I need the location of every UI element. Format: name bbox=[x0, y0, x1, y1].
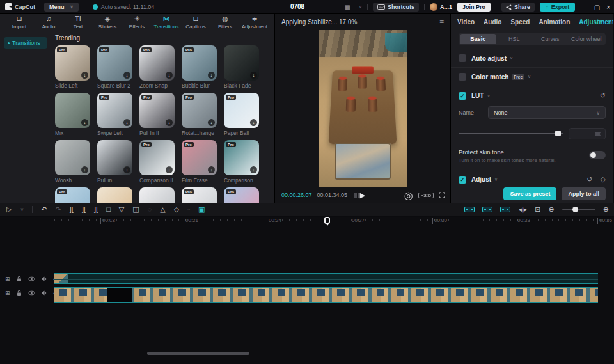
transition-thumbnail[interactable]: Pro↓ bbox=[97, 45, 132, 81]
download-icon[interactable]: ↓ bbox=[166, 72, 173, 79]
transition-item-item[interactable]: Pro↓ bbox=[55, 187, 90, 203]
main-track-magnet-toggle-icon[interactable] bbox=[464, 207, 475, 212]
layout-chevron-icon[interactable]: ∨ bbox=[359, 4, 362, 10]
select-tool-chevron-icon[interactable]: ∨ bbox=[20, 206, 24, 213]
lut-intensity-slider[interactable] bbox=[459, 133, 563, 134]
download-icon[interactable]: ↓ bbox=[250, 166, 257, 173]
tab-adjustment[interactable]: Adjustment bbox=[579, 19, 613, 26]
export-button[interactable]: ↑ Export bbox=[540, 3, 575, 12]
fullscreen-icon[interactable] bbox=[439, 192, 445, 198]
chevron-down-icon[interactable]: ∨ bbox=[487, 93, 490, 99]
transition-thumbnail[interactable]: Pro↓ bbox=[182, 187, 217, 203]
menu-button[interactable]: Menu ∨ bbox=[44, 3, 79, 12]
preview-axis-toggle-icon[interactable] bbox=[500, 207, 510, 212]
transition-thumbnail[interactable]: ↓ bbox=[55, 140, 90, 175]
tab-captions[interactable]: ⊟Captions bbox=[182, 15, 210, 29]
download-icon[interactable]: ↓ bbox=[166, 119, 173, 126]
join-pro-button[interactable]: Join Pro bbox=[457, 3, 491, 12]
mirror-icon[interactable]: ◫ bbox=[132, 206, 139, 213]
chevron-down-icon[interactable]: ∨ bbox=[528, 74, 531, 79]
transition-item-paper-ball[interactable]: Pro↓Paper Ball bbox=[224, 93, 259, 136]
transition-thumbnail[interactable]: ↓ bbox=[97, 140, 132, 175]
transition-item-zoom-snap[interactable]: Pro↓Zoom Snap bbox=[139, 45, 175, 89]
preview-quality-icon[interactable]: ◎ bbox=[404, 189, 413, 202]
keyframe-icon[interactable]: ◇ bbox=[174, 206, 179, 213]
transition-thumbnail[interactable]: Pro↓ bbox=[182, 140, 217, 175]
transition-thumbnail[interactable]: Pro↓ bbox=[55, 187, 90, 203]
save-as-preset-button[interactable]: Save as preset bbox=[503, 187, 556, 200]
playhead-handle[interactable] bbox=[324, 217, 330, 224]
undo-icon[interactable]: ↶ bbox=[41, 206, 47, 213]
freeze-frame-icon[interactable]: △ bbox=[160, 206, 165, 213]
zoom-out-icon[interactable]: ⊖ bbox=[549, 206, 555, 213]
tab-transitions[interactable]: ⋈Transitions bbox=[152, 15, 180, 29]
tab-filters[interactable]: ◍Filters bbox=[211, 15, 239, 29]
lut-intensity-stepper[interactable] bbox=[569, 128, 606, 139]
tab-import[interactable]: ⊡Import bbox=[5, 15, 33, 29]
tab-audio[interactable]: ♫Audio bbox=[35, 15, 63, 29]
download-icon[interactable]: ↓ bbox=[81, 119, 88, 126]
mute-icon[interactable] bbox=[41, 290, 47, 296]
rotate-icon[interactable]: ▫ bbox=[187, 206, 190, 213]
reset-icon[interactable]: ↺ bbox=[600, 91, 606, 100]
lut-checkbox[interactable]: ✓ bbox=[459, 92, 466, 100]
transition-thumbnail[interactable]: Pro↓ bbox=[139, 93, 175, 128]
download-icon[interactable]: ↓ bbox=[250, 119, 257, 126]
reset-icon[interactable]: ↺ bbox=[586, 175, 592, 184]
chevron-down-icon[interactable]: ∨ bbox=[494, 177, 498, 182]
delete-right-icon[interactable]: ][ bbox=[94, 206, 98, 213]
color-match-checkbox[interactable] bbox=[459, 73, 466, 81]
transition-item-comparison-ii[interactable]: Pro↓Comparison II bbox=[139, 140, 175, 184]
transition-thumbnail[interactable]: ↓ bbox=[55, 93, 90, 128]
zoom-slider[interactable] bbox=[562, 209, 595, 210]
transition-thumbnail[interactable]: Pro↓ bbox=[97, 93, 132, 128]
subtab-color-wheel[interactable]: Color wheel bbox=[569, 34, 605, 44]
transition-item-pull-in[interactable]: ↓Pull in bbox=[97, 140, 132, 184]
shortcuts-button[interactable]: Shortcuts bbox=[373, 3, 419, 12]
tab-adjustment[interactable]: ≑Adjustment bbox=[240, 15, 269, 29]
transition-thumbnail[interactable]: Pro↓ bbox=[139, 45, 175, 81]
transition-thumbnail[interactable]: Pro↓ bbox=[224, 187, 259, 203]
mask-icon[interactable]: ▽ bbox=[119, 206, 124, 213]
chroma-key-icon[interactable]: ◌ bbox=[148, 206, 152, 213]
transition-thumbnail[interactable]: Pro↓ bbox=[182, 93, 217, 128]
transition-item-square-blur-2[interactable]: Pro↓Square Blur 2 bbox=[97, 45, 132, 89]
transition-item-slide-left[interactable]: Pro↓Slide Left bbox=[55, 45, 90, 89]
download-icon[interactable]: ↓ bbox=[123, 72, 130, 79]
transition-item-film-erase[interactable]: Pro↓Film Erase bbox=[182, 140, 217, 184]
close-button[interactable]: × bbox=[606, 4, 610, 11]
tab-video[interactable]: Video bbox=[457, 19, 475, 26]
sidebar-item-transitions[interactable]: Transitions bbox=[4, 37, 47, 49]
playhead[interactable] bbox=[327, 217, 327, 356]
layout-icon[interactable]: ▦ bbox=[344, 4, 350, 11]
play-button[interactable]: ▶ bbox=[360, 191, 365, 200]
transition-item-item[interactable]: Pro↓ bbox=[224, 187, 259, 203]
redo-icon[interactable]: ↷ bbox=[56, 206, 61, 213]
keyframe-icon[interactable]: ◇ bbox=[601, 175, 606, 184]
transition-item-comparison[interactable]: Pro↓Comparison bbox=[224, 140, 259, 184]
share-button[interactable]: Share bbox=[501, 3, 535, 12]
time-ruler[interactable]: 00:1800:2100:2400:2700:3000:3300:36 bbox=[0, 217, 614, 225]
toggle-visibility-icon[interactable] bbox=[28, 290, 35, 296]
transition-thumbnail[interactable]: Pro↓ bbox=[224, 140, 259, 175]
transition-item-item[interactable]: Pro↓ bbox=[182, 187, 217, 203]
zoom-slider-handle[interactable] bbox=[572, 207, 578, 212]
multitrack-view-icon[interactable]: ⊡ bbox=[535, 206, 540, 213]
transition-thumbnail[interactable]: ↓ bbox=[97, 187, 132, 203]
lut-select[interactable]: None ∨ bbox=[488, 106, 606, 119]
chevron-down-icon[interactable]: ∨ bbox=[510, 56, 513, 61]
delete-icon[interactable]: □ bbox=[106, 206, 111, 213]
transition-thumbnail[interactable]: Pro↓ bbox=[182, 45, 217, 81]
download-icon[interactable]: ↓ bbox=[123, 119, 130, 126]
lock-icon[interactable] bbox=[16, 276, 22, 282]
horizontal-scrollbar[interactable] bbox=[147, 352, 249, 355]
transition-item-swipe-left[interactable]: Pro↓Swipe Left bbox=[97, 93, 132, 136]
tab-text[interactable]: TIText bbox=[64, 15, 92, 29]
transition-item-mix[interactable]: ↓Mix bbox=[55, 93, 90, 136]
subtab-hsl[interactable]: HSL bbox=[496, 34, 533, 44]
subtab-curves[interactable]: Curves bbox=[532, 34, 569, 44]
track-collapse-icon[interactable]: ⊞ bbox=[5, 276, 10, 282]
tab-stickers[interactable]: ◈Stickers bbox=[93, 15, 122, 29]
tab-audio[interactable]: Audio bbox=[484, 19, 501, 26]
transition-thumbnail[interactable]: ↓ bbox=[139, 187, 175, 203]
